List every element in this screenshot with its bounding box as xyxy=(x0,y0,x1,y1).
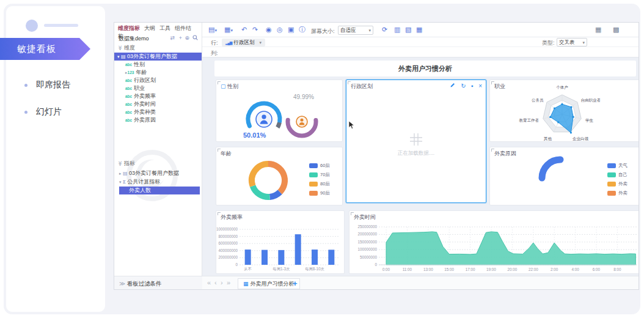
board-export-icon[interactable]: ▧ xyxy=(405,26,411,34)
gender-gauge-chart xyxy=(220,91,340,141)
nav-prev-icon[interactable]: ‹ xyxy=(214,279,217,286)
svg-text:800000000: 800000000 xyxy=(218,234,238,239)
tree-public-metrics[interactable]: ▾ Σ 公共计算指标 xyxy=(114,178,202,186)
refresh-icon[interactable]: ↻ xyxy=(461,83,466,89)
nav-first-icon[interactable]: « xyxy=(207,279,211,286)
tree-field-外卖种类[interactable]: abc外卖种类 xyxy=(114,108,202,116)
nav-next-icon[interactable]: › xyxy=(221,279,223,286)
tree-dataset-root[interactable]: ▾ ▤ 03外卖订餐用户数据 xyxy=(114,53,202,61)
card-age[interactable]: 年龄 60后70后80后90后 xyxy=(216,147,343,205)
sheet-tab-active[interactable]: ▦外卖用户习惯分析 xyxy=(238,278,300,289)
legend-label: 80后 xyxy=(320,181,330,187)
search-icon[interactable] xyxy=(192,35,198,42)
field-label: 职业 xyxy=(134,85,145,91)
tab-outline[interactable]: 大纲 xyxy=(144,25,155,31)
reason-legend: 天气自己外卖外卖 xyxy=(607,161,628,198)
dimension-tree: ▾ ▤ 03外卖订餐用户数据 abc性别▸123年龄abc行政区划abc职业ab… xyxy=(114,53,202,124)
card-reason[interactable]: 外卖原因 天气自己外卖外卖 xyxy=(489,147,639,205)
history-icon[interactable]: ◎ xyxy=(277,26,283,34)
field-label: 性别 xyxy=(134,61,145,67)
board-title[interactable]: 外卖用户习惯分析 xyxy=(214,61,636,76)
grid-type-icon[interactable]: ▩ xyxy=(613,26,619,34)
board-filter-bar[interactable]: ≫ 看板过滤条件 xyxy=(114,276,202,290)
board-layout-icon[interactable]: ▥ xyxy=(394,26,400,34)
legend-item[interactable]: 外卖 xyxy=(607,188,628,198)
card-occupation[interactable]: 职业 个体户自由职业者学生企业白领其他教育工作者公务员 xyxy=(489,80,639,142)
info-icon[interactable]: ⓘ xyxy=(299,26,306,34)
row-field-pill[interactable]: ▂▄▆行政区划▾ xyxy=(222,39,265,46)
male-percent: 50.01% xyxy=(243,131,266,139)
chart-type-icon[interactable]: ▦ xyxy=(595,26,601,34)
svg-text:200000000: 200000000 xyxy=(218,255,238,259)
legend-item[interactable]: 自己 xyxy=(607,170,628,179)
svg-text:11:00: 11:00 xyxy=(403,267,412,272)
legend-item[interactable]: 70后 xyxy=(309,170,330,179)
field-type-icon: abc xyxy=(125,76,134,84)
legend-swatch xyxy=(309,172,318,177)
chart-type-select[interactable]: 交叉表▾ xyxy=(557,38,587,46)
refresh-icon[interactable]: ⟳ xyxy=(382,26,387,34)
save-icon[interactable]: ▦▾ xyxy=(224,26,233,34)
occupation-radar-chart: 个体户自由职业者学生企业白领其他教育工作者公务员 xyxy=(490,85,639,142)
svg-text:其他: 其他 xyxy=(543,136,552,141)
redo-icon[interactable]: ↷ xyxy=(252,26,258,34)
field-type-icon: abc xyxy=(125,61,134,68)
sidebar-item-slides[interactable]: 幻灯片 xyxy=(24,106,98,119)
svg-text:250000000: 250000000 xyxy=(357,224,377,229)
tree-open-icon: ▾ xyxy=(119,180,122,184)
tree-metric-selected[interactable]: 外卖人数 xyxy=(119,187,200,194)
nav-last-icon[interactable]: » xyxy=(227,279,230,286)
legend-item[interactable]: 天气 xyxy=(607,161,628,170)
dimensions-header[interactable]: ≫ 维度 xyxy=(114,44,202,53)
open-icon[interactable]: ▤▾ xyxy=(208,26,217,34)
svg-text:自由职业者: 自由职业者 xyxy=(581,98,601,103)
field-label: 行政区划 xyxy=(134,77,156,83)
board-settings-icon[interactable]: ▦ xyxy=(416,26,422,34)
field-shelf: 行: ▂▄▆行政区划▾ 类型: 交叉表▾ 列: xyxy=(202,37,639,57)
bullet-icon xyxy=(24,84,27,87)
stop-icon[interactable]: ▪ xyxy=(471,83,474,89)
field-panel: 维度指标大纲工具组件结构 数据集demo ⇄ + ⊕ ≫ 维度 ▾ ▤ 03外卖… xyxy=(114,23,202,290)
svg-text:400000000: 400000000 xyxy=(218,248,238,253)
card-time[interactable]: 外卖时间 05000000010000000015000000020000000… xyxy=(349,210,639,274)
preview-icon[interactable]: ◉ xyxy=(266,26,272,34)
screen-size-select[interactable]: 自适应▾ xyxy=(338,26,373,35)
tab-dimensions-metrics[interactable]: 维度指标 xyxy=(118,25,140,31)
tree-field-年龄[interactable]: ▸123年龄 xyxy=(114,68,202,76)
tree-metric-dataset[interactable]: ▸ ▤ 03外卖订餐用户数据 xyxy=(114,169,202,177)
tree-field-外卖频率[interactable]: abc外卖频率 xyxy=(114,92,202,100)
metrics-header[interactable]: ≫ 指标 xyxy=(114,160,202,168)
tree-field-行政区划[interactable]: abc行政区划 xyxy=(114,76,202,84)
add-icon[interactable]: + xyxy=(179,35,182,41)
card-gender[interactable]: ▢ 性别 49.99% 50.01% xyxy=(216,80,343,142)
tree-field-性别[interactable]: abc性别 xyxy=(114,61,202,68)
legend-item[interactable]: 外卖 xyxy=(607,179,628,188)
tree-field-外卖时间[interactable]: abc外卖时间 xyxy=(114,100,202,108)
undo-icon[interactable]: ↶ xyxy=(241,26,247,34)
legend-swatch xyxy=(309,191,318,196)
sidebar-item-adhoc-report[interactable]: 即席报告 xyxy=(24,80,98,92)
filter-component-icon: ▢ xyxy=(221,83,226,89)
col-label: 列: xyxy=(211,50,218,57)
tree-field-职业[interactable]: abc职业 xyxy=(114,84,202,92)
legend-item[interactable]: 80后 xyxy=(309,179,330,188)
card-frequency[interactable]: 外卖频率 02000000004000000006000000008000000… xyxy=(216,210,345,274)
add-sheet-button[interactable]: + xyxy=(293,279,298,288)
tab-tools[interactable]: 工具 xyxy=(159,25,170,31)
card-region-selected[interactable]: 行政区划 ↻ ▪ × 正在加载数据.... xyxy=(346,80,486,203)
avatar-placeholder-line xyxy=(44,24,78,27)
switch-dataset-icon[interactable]: ⇄ xyxy=(170,35,175,41)
legend-item[interactable]: 60后 xyxy=(309,161,330,170)
sidebar-item-label: 即席报告 xyxy=(36,80,70,89)
link-icon[interactable]: ⊕ xyxy=(185,35,189,41)
edit-icon[interactable] xyxy=(450,83,456,89)
close-icon[interactable]: × xyxy=(478,83,482,89)
mouse-cursor xyxy=(348,120,355,130)
tree-root-label: 03外卖订餐用户数据 xyxy=(127,53,177,59)
svg-text:600000000: 600000000 xyxy=(218,241,238,245)
image-export-icon[interactable]: ▣ xyxy=(288,26,294,34)
tree-field-外卖原因[interactable]: abc外卖原因 xyxy=(114,116,202,124)
field-type-icon: abc xyxy=(125,100,134,108)
legend-item[interactable]: 90后 xyxy=(309,188,330,198)
sidebar-item-dashboard-active[interactable]: 敏捷看板 xyxy=(0,38,90,60)
